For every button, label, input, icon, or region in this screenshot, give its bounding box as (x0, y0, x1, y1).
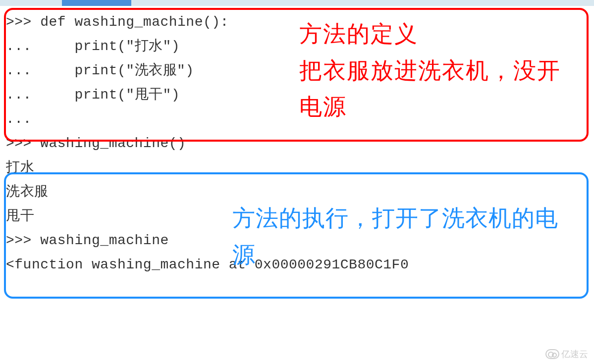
watermark: 亿速云 (545, 348, 588, 360)
execution-annotation: 方法的执行，打开了洗衣机的电源 (232, 200, 579, 273)
definition-annotation: 方法的定义把衣服放进洗衣机，没开电源 (299, 16, 572, 125)
watermark-text: 亿速云 (561, 348, 588, 360)
top-bar-highlight (62, 0, 131, 6)
code-line-6: >>> washing_machine() (6, 131, 588, 156)
code-line-7: 打水 (6, 156, 588, 180)
watermark-icon (545, 349, 559, 359)
